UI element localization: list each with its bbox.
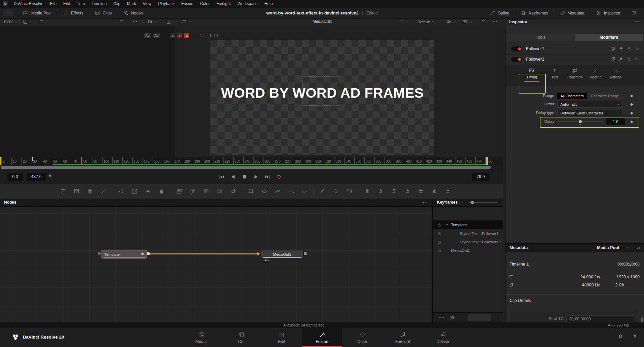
bspline-mask-icon[interactable] [298,186,311,196]
node-graph[interactable]: Template◆MediaOut1 [0,206,432,322]
spreadsheet-icon[interactable] [449,315,454,320]
transform-icon[interactable] [226,186,240,196]
rectangle-mask-icon[interactable] [244,186,257,196]
inspector-scrollbar[interactable] [641,317,643,322]
pin-icon[interactable] [618,46,623,51]
paint-icon[interactable] [96,186,110,196]
subtab-transform[interactable]: Transform [564,67,586,79]
menu-item-view[interactable]: View [139,0,155,8]
modifier-enable-toggle[interactable] [511,46,522,51]
merge-icon[interactable] [172,186,186,196]
pin-icon[interactable] [618,57,623,62]
split-wipe-dropdown[interactable] [445,19,458,25]
toolbar-button-nodes[interactable]: Nodes [117,8,148,18]
timeline-ruler[interactable]: 0102030405060708090100110120130140150160… [0,157,503,165]
merge-3d-icon[interactable] [401,186,414,196]
render-range-start-marker[interactable] [0,157,1,165]
order-dropdown[interactable]: Automatic [557,101,623,108]
davinci-logo-icon[interactable] [3,1,8,6]
toolbar-button-effects[interactable]: Effects [57,8,88,18]
modifier-row-follower1[interactable]: Follower1 [506,44,644,55]
toolbar-button-inspector[interactable]: Inspector [590,8,626,18]
menu-item-trim[interactable]: Trim [74,0,88,8]
crop-frame-icon[interactable] [199,33,204,38]
text-3d-icon[interactable] [387,186,401,196]
lock-icon[interactable] [437,231,442,236]
roi-dropdown[interactable] [398,19,411,25]
reset-icon[interactable] [635,46,640,51]
lock-icon[interactable] [437,240,442,244]
subview-ab-button[interactable]: Ab [144,33,151,38]
lock-icon[interactable] [437,222,442,227]
chevron-expanded-icon[interactable] [445,223,449,227]
lock-icon[interactable] [627,57,632,62]
menu-item-clip[interactable]: Clip [110,0,124,8]
modifier-row-follower2[interactable]: Follower2 [506,54,644,65]
menu-item-workspace[interactable]: Workspace [234,0,261,8]
renderer-3d-icon[interactable] [441,186,454,196]
panel-layout-button[interactable] [629,9,639,16]
instance-icon[interactable] [610,57,615,62]
letterbox-frame-icon[interactable] [213,33,218,38]
page-tab-fusion[interactable]: Fusion [302,328,342,347]
lut-dropdown[interactable]: Default [416,19,436,25]
node-output-square[interactable] [304,252,307,255]
safe-frame-icon[interactable] [206,33,211,38]
start-tc-field[interactable]: 01:00:00:00 [566,315,634,322]
ellipse-mask-icon[interactable] [257,186,271,196]
shape-3d-icon[interactable] [374,186,387,196]
node-mediaout1[interactable]: MediaOut1 [261,250,304,258]
subtab-shading[interactable]: Shading [584,67,606,79]
delay-type-dropdown[interactable]: Between Each Character [557,110,623,116]
node-connection-wire[interactable] [149,253,258,254]
instance-icon[interactable] [610,46,615,51]
keyframes-row-styled-text-follower1-[interactable]: Styled Text : Follower1 : [433,229,503,238]
subtab-text[interactable]: Text [544,67,565,79]
lock-icon[interactable] [437,248,442,253]
camera-3d-icon[interactable] [414,186,428,196]
subtab-settings[interactable]: Settings [604,67,626,79]
lock-icon[interactable] [627,46,632,51]
toolbar-button-keyframes[interactable]: Keyframes [515,8,553,18]
left-frame-button[interactable] [118,19,125,25]
right-viewer-options-button[interactable] [491,19,499,25]
menu-item-edit[interactable]: Edit [60,0,74,8]
keyframes-zoom-handle[interactable] [471,201,474,204]
fit-dropdown[interactable]: Fit [147,19,159,25]
menu-item-fairlight[interactable]: Fairlight [213,0,234,8]
guides-dropdown[interactable] [461,19,474,25]
channel-a-button-2[interactable]: a [177,33,182,38]
menu-item-help[interactable]: Help [261,0,276,8]
gear-icon[interactable] [632,334,637,339]
stop-button[interactable] [241,172,248,181]
modifier-enable-toggle[interactable] [511,57,522,62]
channel-a-button-3[interactable]: a [184,33,189,38]
left-viewer-options-button[interactable] [131,19,139,25]
right-frame-button[interactable] [480,19,487,25]
left-view-mode-dropdown[interactable] [38,19,51,25]
delay-type-keyframe-icon[interactable]: ◆ [630,111,633,115]
particle-emitter-icon[interactable] [316,186,329,196]
inspector-tab-tools[interactable]: Tools [507,34,574,41]
metadata-source[interactable]: Media Pool [597,245,619,250]
node-input-triangle[interactable] [98,252,101,255]
color-corrector-icon[interactable] [114,186,128,196]
page-tab-deliver[interactable]: Deliver [423,328,463,347]
menu-item-color[interactable]: Color [197,0,213,8]
keyframes-row-mediaout1[interactable]: MediaOut1 [433,246,503,254]
keyframes-filter-input[interactable] [468,314,491,321]
zoom-level-dropdown[interactable]: 100% [2,19,20,25]
subview-ab-button[interactable]: Ab [153,33,160,38]
metadata-options-icon[interactable] [625,245,630,250]
left-viewer-area[interactable] [0,26,175,157]
ultra-keyer-icon[interactable] [213,186,226,196]
channel-a-button-1[interactable]: a [170,33,175,38]
nodes-options-icon[interactable] [421,200,426,205]
range-all-characters-option[interactable]: All Characters [557,93,587,99]
menu-item-timeline[interactable]: Timeline [88,0,110,8]
left-channel-dropdown[interactable] [22,19,35,25]
right-channel-dropdown[interactable] [165,19,178,25]
expand-toggle-button[interactable] [3,9,13,16]
goto-last-frame-button[interactable] [264,172,271,181]
toolbar-button-spline[interactable]: Spline [484,8,515,18]
